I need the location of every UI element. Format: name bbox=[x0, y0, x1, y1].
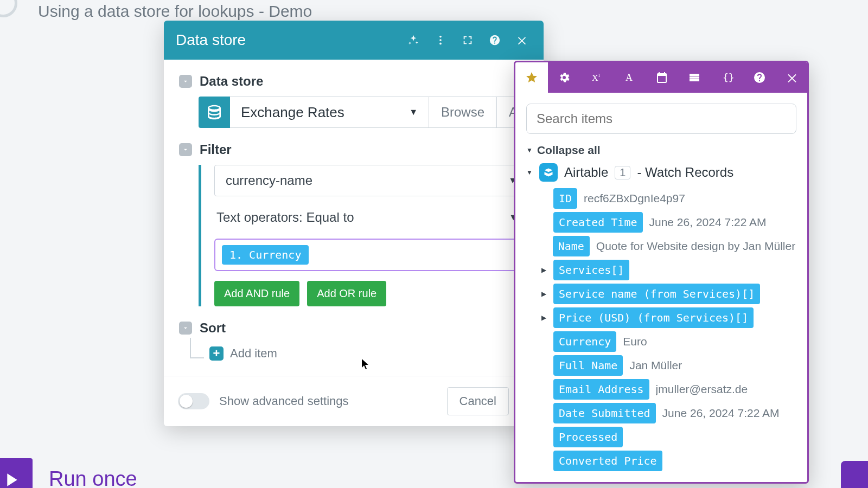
field-row[interactable]: ▶Price (USD) (from Services)[] bbox=[541, 307, 796, 328]
plus-icon: + bbox=[209, 346, 224, 361]
field-row[interactable]: Full NameJan Müller bbox=[541, 355, 796, 376]
svg-text:1: 1 bbox=[598, 73, 601, 78]
field-value: recf6ZBxDgnIe4p97 bbox=[584, 190, 685, 207]
close-icon[interactable] bbox=[512, 30, 532, 50]
modal-title: Data store bbox=[176, 31, 246, 49]
field-tag[interactable]: Processed bbox=[553, 427, 623, 447]
triangle-right-icon: ▶ bbox=[541, 309, 547, 326]
section-toggle-sort[interactable] bbox=[179, 322, 192, 335]
datastore-select[interactable]: Exchange Rates ▼ bbox=[230, 97, 429, 128]
field-value: Euro bbox=[623, 333, 647, 350]
mapping-panel: X1 A {} ▼ Collapse all ▼ bbox=[514, 61, 809, 484]
field-tag[interactable]: Services[] bbox=[553, 260, 629, 280]
section-label-datastore: Data store bbox=[200, 74, 263, 89]
tab-favorites[interactable] bbox=[515, 62, 548, 93]
field-tag[interactable]: Name bbox=[553, 236, 590, 256]
field-value: Jan Müller bbox=[629, 357, 682, 374]
airtable-icon bbox=[539, 163, 558, 182]
add-sort-item-button[interactable]: + Add item bbox=[209, 346, 277, 361]
page-title: Using a data store for lookups - Demo bbox=[38, 2, 312, 21]
field-row[interactable]: Converted Price bbox=[541, 451, 796, 471]
datastore-modal: Data store Data store bbox=[164, 21, 544, 426]
section-filter: Filter currency-name ▼ Text operators: E… bbox=[179, 142, 528, 306]
triangle-down-icon: ▼ bbox=[526, 169, 533, 176]
field-value: Quote for Website design by Jan Müller o… bbox=[596, 237, 796, 255]
field-row[interactable]: CurrencyEuro bbox=[541, 331, 796, 352]
module-header[interactable]: ▼ Airtable 1 - Watch Records bbox=[526, 163, 796, 182]
triangle-right-icon: ▶ bbox=[541, 285, 547, 303]
browse-button[interactable]: Browse bbox=[429, 97, 497, 128]
database-icon bbox=[199, 97, 230, 128]
field-row[interactable]: Date SubmittedJune 26, 2024 7:22 AM bbox=[541, 403, 796, 423]
floating-primary-button[interactable] bbox=[841, 461, 868, 488]
module-suffix: - Watch Records bbox=[637, 165, 733, 180]
expand-icon[interactable] bbox=[458, 30, 477, 50]
field-row[interactable]: ▶Service name (from Services)[] bbox=[541, 284, 796, 304]
section-sort: Sort + Add item bbox=[179, 320, 528, 364]
field-row[interactable]: Processed bbox=[541, 427, 796, 447]
triangle-right-icon: ▶ bbox=[541, 261, 547, 279]
field-tag[interactable]: Currency bbox=[553, 331, 616, 352]
add-or-rule-button[interactable]: Add OR rule bbox=[307, 281, 386, 306]
field-tag[interactable]: Price (USD) (from Services)[] bbox=[553, 307, 754, 328]
filter-value-input[interactable]: 1. Currency bbox=[214, 239, 528, 271]
panel-close-icon[interactable] bbox=[776, 62, 808, 93]
add-and-rule-button[interactable]: Add AND rule bbox=[214, 281, 299, 306]
collapse-all-label: Collapse all bbox=[537, 144, 601, 157]
triangle-down-icon: ▼ bbox=[526, 146, 533, 154]
field-value: June 26, 2024 7:22 AM bbox=[649, 214, 767, 231]
search-input[interactable] bbox=[526, 104, 796, 134]
datastore-select-value: Exchange Rates bbox=[241, 104, 344, 121]
ai-suggest-icon[interactable] bbox=[404, 30, 423, 50]
mapping-pill-currency[interactable]: 1. Currency bbox=[222, 245, 309, 265]
field-row[interactable]: Created TimeJune 26, 2024 7:22 AM bbox=[541, 212, 796, 233]
run-once-button[interactable] bbox=[0, 458, 33, 488]
filter-operator-select[interactable]: Text operators: Equal to ▼ bbox=[214, 202, 528, 233]
section-datastore: Data store Exchange Rates ▼ Browse Add bbox=[179, 74, 528, 128]
section-toggle-datastore[interactable] bbox=[179, 75, 192, 88]
more-icon[interactable] bbox=[431, 30, 450, 50]
tab-object[interactable]: {} bbox=[711, 62, 743, 93]
svg-text:{}: {} bbox=[723, 72, 733, 83]
field-row[interactable]: ▶Services[] bbox=[541, 260, 796, 280]
filter-field-select[interactable]: currency-name ▼ bbox=[214, 165, 528, 196]
tab-date[interactable] bbox=[646, 62, 678, 93]
field-row[interactable]: IDrecf6ZBxDgnIe4p97 bbox=[541, 188, 796, 209]
collapse-all-button[interactable]: ▼ Collapse all bbox=[526, 144, 796, 157]
field-value: June 26, 2024 7:22 AM bbox=[662, 404, 780, 422]
field-tree: IDrecf6ZBxDgnIe4p97Created TimeJune 26, … bbox=[541, 188, 796, 471]
tab-array[interactable] bbox=[678, 62, 711, 93]
run-once-label: Run once bbox=[49, 467, 137, 488]
svg-point-1 bbox=[439, 39, 442, 41]
add-sort-item-label: Add item bbox=[230, 346, 277, 361]
field-tag[interactable]: Date Submitted bbox=[553, 403, 656, 423]
svg-point-2 bbox=[439, 43, 442, 45]
field-tag[interactable]: Email Address bbox=[553, 379, 649, 400]
modal-header: Data store bbox=[164, 21, 544, 60]
filter-field-value: currency-name bbox=[226, 173, 312, 188]
advanced-settings-toggle[interactable] bbox=[178, 393, 209, 409]
panel-tabs: X1 A {} bbox=[515, 62, 807, 93]
section-label-sort: Sort bbox=[200, 320, 226, 336]
panel-help-icon[interactable] bbox=[743, 62, 776, 93]
tab-math[interactable]: X1 bbox=[580, 62, 613, 93]
advanced-settings-label: Show advanced settings bbox=[219, 394, 349, 408]
section-label-filter: Filter bbox=[200, 142, 232, 157]
help-icon[interactable] bbox=[485, 30, 505, 50]
tab-settings[interactable] bbox=[548, 62, 580, 93]
module-name: Airtable bbox=[564, 165, 608, 180]
field-tag[interactable]: Converted Price bbox=[553, 451, 662, 471]
field-tag[interactable]: Service name (from Services)[] bbox=[553, 284, 760, 304]
section-toggle-filter[interactable] bbox=[179, 143, 192, 156]
cancel-button[interactable]: Cancel bbox=[447, 387, 509, 415]
caret-down-icon: ▼ bbox=[409, 107, 418, 117]
page-back-handle bbox=[0, 0, 17, 17]
filter-operator-value: Text operators: Equal to bbox=[216, 210, 354, 225]
field-tag[interactable]: Created Time bbox=[553, 212, 643, 233]
field-tag[interactable]: ID bbox=[553, 188, 577, 209]
field-tag[interactable]: Full Name bbox=[553, 355, 623, 376]
tab-text[interactable]: A bbox=[613, 62, 646, 93]
field-row[interactable]: Email Addressjmuller@ersatz.de bbox=[541, 379, 796, 400]
field-row[interactable]: NameQuote for Website design by Jan Müll… bbox=[541, 236, 796, 256]
modal-footer: Show advanced settings Cancel OK bbox=[164, 376, 544, 426]
